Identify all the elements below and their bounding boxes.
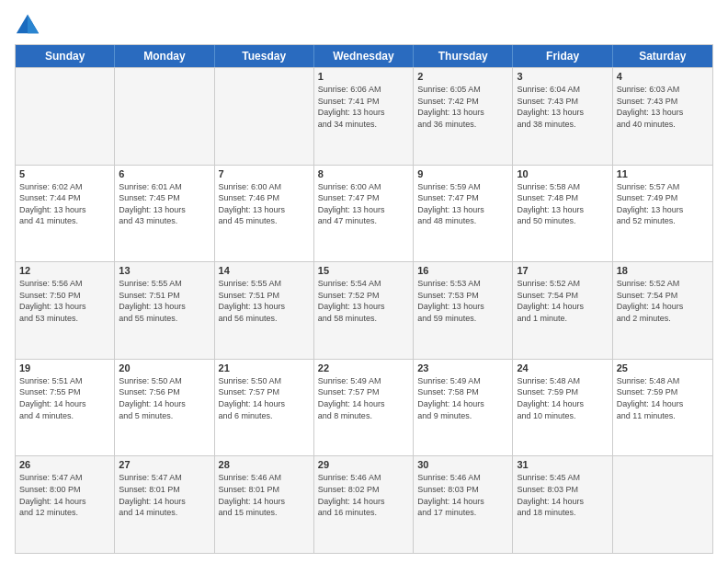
cell-daylight-info: Sunrise: 5:52 AM Sunset: 7:54 PM Dayligh… <box>517 278 608 324</box>
cell-daylight-info: Sunrise: 5:48 AM Sunset: 7:59 PM Dayligh… <box>617 375 709 421</box>
cell-daylight-info: Sunrise: 6:01 AM Sunset: 7:45 PM Dayligh… <box>119 181 210 227</box>
cell-date-number: 22 <box>318 362 409 373</box>
page: SundayMondayTuesdayWednesdayThursdayFrid… <box>0 0 728 563</box>
calendar-cell: 16Sunrise: 5:53 AM Sunset: 7:53 PM Dayli… <box>414 262 513 359</box>
cell-date-number: 12 <box>19 265 110 276</box>
calendar-cell: 7Sunrise: 6:00 AM Sunset: 7:46 PM Daylig… <box>215 166 314 262</box>
cell-daylight-info: Sunrise: 5:47 AM Sunset: 8:00 PM Dayligh… <box>19 472 110 518</box>
cell-date-number: 31 <box>517 459 608 470</box>
cell-date-number: 21 <box>219 362 310 373</box>
cell-date-number: 15 <box>318 265 409 276</box>
cell-date-number: 16 <box>417 265 508 276</box>
calendar-day-header: Sunday <box>16 45 115 67</box>
calendar-cell: 30Sunrise: 5:46 AM Sunset: 8:03 PM Dayli… <box>414 456 513 553</box>
cell-daylight-info: Sunrise: 5:48 AM Sunset: 7:59 PM Dayligh… <box>517 375 608 421</box>
cell-date-number: 6 <box>119 168 210 179</box>
cell-date-number: 14 <box>219 265 310 276</box>
calendar-cell: 25Sunrise: 5:48 AM Sunset: 7:59 PM Dayli… <box>613 360 712 456</box>
cell-date-number: 20 <box>119 362 210 373</box>
calendar-cell <box>613 456 712 553</box>
cell-daylight-info: Sunrise: 5:45 AM Sunset: 8:03 PM Dayligh… <box>517 472 608 518</box>
cell-date-number: 1 <box>318 71 409 82</box>
svg-marker-1 <box>28 15 39 34</box>
calendar-cell: 20Sunrise: 5:50 AM Sunset: 7:56 PM Dayli… <box>115 360 214 456</box>
cell-date-number: 8 <box>318 168 409 179</box>
cell-daylight-info: Sunrise: 5:49 AM Sunset: 7:58 PM Dayligh… <box>417 375 508 421</box>
calendar-day-header: Thursday <box>414 45 513 67</box>
header <box>15 11 713 37</box>
calendar-cell: 8Sunrise: 6:00 AM Sunset: 7:47 PM Daylig… <box>314 166 414 262</box>
calendar-cell: 9Sunrise: 5:59 AM Sunset: 7:47 PM Daylig… <box>414 166 513 262</box>
calendar-cell <box>115 68 214 165</box>
cell-date-number: 2 <box>417 71 508 82</box>
calendar-cell: 2Sunrise: 6:05 AM Sunset: 7:42 PM Daylig… <box>414 68 513 165</box>
cell-daylight-info: Sunrise: 6:06 AM Sunset: 7:41 PM Dayligh… <box>318 84 409 130</box>
cell-date-number: 25 <box>617 362 709 373</box>
cell-daylight-info: Sunrise: 5:50 AM Sunset: 7:57 PM Dayligh… <box>219 375 310 421</box>
cell-date-number: 23 <box>417 362 508 373</box>
calendar-day-header: Wednesday <box>314 45 414 67</box>
calendar-cell: 21Sunrise: 5:50 AM Sunset: 7:57 PM Dayli… <box>215 360 314 456</box>
calendar-cell: 26Sunrise: 5:47 AM Sunset: 8:00 PM Dayli… <box>16 456 115 553</box>
calendar-cell: 31Sunrise: 5:45 AM Sunset: 8:03 PM Dayli… <box>513 456 612 553</box>
logo-icon <box>15 11 40 37</box>
calendar-cell: 1Sunrise: 6:06 AM Sunset: 7:41 PM Daylig… <box>314 68 414 165</box>
logo <box>15 11 44 37</box>
cell-daylight-info: Sunrise: 6:05 AM Sunset: 7:42 PM Dayligh… <box>417 84 508 130</box>
cell-daylight-info: Sunrise: 5:46 AM Sunset: 8:03 PM Dayligh… <box>417 472 508 518</box>
calendar-cell: 22Sunrise: 5:49 AM Sunset: 7:57 PM Dayli… <box>314 360 414 456</box>
cell-daylight-info: Sunrise: 6:04 AM Sunset: 7:43 PM Dayligh… <box>517 84 608 130</box>
cell-daylight-info: Sunrise: 5:54 AM Sunset: 7:52 PM Dayligh… <box>318 278 409 324</box>
cell-daylight-info: Sunrise: 5:51 AM Sunset: 7:55 PM Dayligh… <box>19 375 110 421</box>
calendar-week-row: 5Sunrise: 6:02 AM Sunset: 7:44 PM Daylig… <box>16 165 712 262</box>
calendar-cell: 12Sunrise: 5:56 AM Sunset: 7:50 PM Dayli… <box>16 262 115 359</box>
calendar-cell: 28Sunrise: 5:46 AM Sunset: 8:01 PM Dayli… <box>215 456 314 553</box>
calendar-cell: 27Sunrise: 5:47 AM Sunset: 8:01 PM Dayli… <box>115 456 214 553</box>
calendar-day-header: Monday <box>115 45 214 67</box>
calendar-cell: 23Sunrise: 5:49 AM Sunset: 7:58 PM Dayli… <box>414 360 513 456</box>
calendar: SundayMondayTuesdayWednesdayThursdayFrid… <box>15 44 713 554</box>
cell-daylight-info: Sunrise: 5:47 AM Sunset: 8:01 PM Dayligh… <box>119 472 210 518</box>
cell-date-number: 24 <box>517 362 608 373</box>
calendar-day-header: Friday <box>513 45 612 67</box>
cell-date-number: 5 <box>19 168 110 179</box>
cell-date-number: 26 <box>19 459 110 470</box>
calendar-cell: 18Sunrise: 5:52 AM Sunset: 7:54 PM Dayli… <box>613 262 712 359</box>
cell-date-number: 17 <box>517 265 608 276</box>
calendar-cell: 6Sunrise: 6:01 AM Sunset: 7:45 PM Daylig… <box>115 166 214 262</box>
cell-date-number: 11 <box>617 168 709 179</box>
cell-date-number: 7 <box>219 168 310 179</box>
cell-daylight-info: Sunrise: 6:00 AM Sunset: 7:47 PM Dayligh… <box>318 181 409 227</box>
calendar-cell: 24Sunrise: 5:48 AM Sunset: 7:59 PM Dayli… <box>513 360 612 456</box>
calendar-week-row: 1Sunrise: 6:06 AM Sunset: 7:41 PM Daylig… <box>16 67 712 165</box>
calendar-day-header: Tuesday <box>215 45 314 67</box>
cell-daylight-info: Sunrise: 5:58 AM Sunset: 7:48 PM Dayligh… <box>517 181 608 227</box>
calendar-cell: 29Sunrise: 5:46 AM Sunset: 8:02 PM Dayli… <box>314 456 414 553</box>
calendar-week-row: 26Sunrise: 5:47 AM Sunset: 8:00 PM Dayli… <box>16 455 712 553</box>
calendar-cell <box>215 68 314 165</box>
cell-daylight-info: Sunrise: 6:03 AM Sunset: 7:43 PM Dayligh… <box>617 84 709 130</box>
cell-daylight-info: Sunrise: 5:46 AM Sunset: 8:01 PM Dayligh… <box>219 472 310 518</box>
cell-date-number: 3 <box>517 71 608 82</box>
cell-daylight-info: Sunrise: 5:57 AM Sunset: 7:49 PM Dayligh… <box>617 181 709 227</box>
calendar-cell: 3Sunrise: 6:04 AM Sunset: 7:43 PM Daylig… <box>513 68 612 165</box>
cell-date-number: 9 <box>417 168 508 179</box>
cell-daylight-info: Sunrise: 5:53 AM Sunset: 7:53 PM Dayligh… <box>417 278 508 324</box>
cell-daylight-info: Sunrise: 5:56 AM Sunset: 7:50 PM Dayligh… <box>19 278 110 324</box>
cell-date-number: 27 <box>119 459 210 470</box>
cell-date-number: 30 <box>417 459 508 470</box>
cell-daylight-info: Sunrise: 5:50 AM Sunset: 7:56 PM Dayligh… <box>119 375 210 421</box>
cell-date-number: 29 <box>318 459 409 470</box>
cell-daylight-info: Sunrise: 5:55 AM Sunset: 7:51 PM Dayligh… <box>119 278 210 324</box>
calendar-cell: 4Sunrise: 6:03 AM Sunset: 7:43 PM Daylig… <box>613 68 712 165</box>
calendar-cell <box>16 68 115 165</box>
cell-daylight-info: Sunrise: 5:55 AM Sunset: 7:51 PM Dayligh… <box>219 278 310 324</box>
cell-daylight-info: Sunrise: 6:02 AM Sunset: 7:44 PM Dayligh… <box>19 181 110 227</box>
cell-daylight-info: Sunrise: 5:46 AM Sunset: 8:02 PM Dayligh… <box>318 472 409 518</box>
cell-daylight-info: Sunrise: 5:52 AM Sunset: 7:54 PM Dayligh… <box>617 278 709 324</box>
calendar-cell: 11Sunrise: 5:57 AM Sunset: 7:49 PM Dayli… <box>613 166 712 262</box>
calendar-body: 1Sunrise: 6:06 AM Sunset: 7:41 PM Daylig… <box>16 67 712 553</box>
calendar-day-header: Saturday <box>613 45 712 67</box>
cell-date-number: 10 <box>517 168 608 179</box>
cell-date-number: 28 <box>219 459 310 470</box>
